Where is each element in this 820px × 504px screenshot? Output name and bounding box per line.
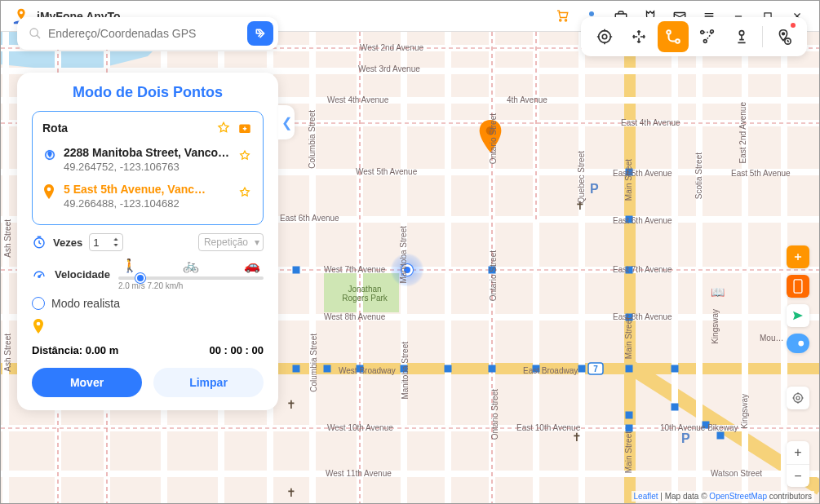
- svg-text:P: P: [681, 431, 690, 445]
- teleport-mode-button[interactable]: [589, 21, 620, 52]
- start-coords: 49.264752, -123.106763: [64, 161, 232, 173]
- svg-text:7: 7: [593, 365, 598, 374]
- svg-point-58: [667, 30, 671, 34]
- add-location-widget[interactable]: [787, 245, 809, 268]
- svg-text:P: P: [590, 182, 599, 196]
- save-route-icon[interactable]: [237, 120, 253, 136]
- svg-text:✝: ✝: [286, 398, 296, 411]
- svg-point-60: [701, 31, 704, 34]
- svg-point-56: [602, 34, 607, 39]
- clear-button[interactable]: Limpar: [153, 368, 264, 397]
- recenter-button[interactable]: [787, 387, 809, 409]
- star-end-icon[interactable]: [238, 186, 253, 202]
- svg-text:✝: ✝: [286, 486, 296, 499]
- svg-point-0: [20, 11, 23, 14]
- svg-point-64: [782, 33, 785, 35]
- svg-rect-73: [794, 280, 802, 293]
- multi-spot-mode-button[interactable]: [692, 21, 723, 52]
- route-start-point: 2288 Manitoba Street, Vanco… 49.264752, …: [42, 141, 253, 178]
- zoom-control: + −: [787, 441, 809, 487]
- search-icon: [29, 27, 42, 40]
- route-label: Rota: [42, 122, 211, 135]
- start-pin-icon: [42, 148, 57, 166]
- shop-icon[interactable]: [552, 6, 573, 27]
- send-widget[interactable]: [787, 304, 809, 327]
- bike-mode-icon[interactable]: 🚲: [183, 258, 199, 273]
- repeat-select[interactable]: Repetição: [198, 233, 264, 251]
- star-start-icon[interactable]: [238, 149, 253, 166]
- svg-text:✝: ✝: [572, 431, 582, 444]
- move-button[interactable]: Mover: [32, 368, 142, 397]
- joystick-mode-button[interactable]: [726, 21, 757, 52]
- end-address: 5 East 5th Avenue, Vanc…: [64, 183, 232, 196]
- route-box: Rota 2288 Manitoba Street, Vanco… 49.264…: [32, 111, 264, 225]
- search-input[interactable]: [48, 27, 241, 40]
- speed-label: Velocidade: [55, 268, 110, 281]
- favorite-route-icon[interactable]: [215, 120, 232, 136]
- two-spot-panel: ❮ Modo de Dois Pontos Rota 2288 Manitoba…: [17, 73, 278, 410]
- svg-text:📖: 📖: [711, 285, 725, 299]
- time-status: 00 : 00 : 00: [210, 344, 264, 356]
- svg-point-75: [798, 341, 804, 347]
- svg-point-57: [599, 31, 611, 43]
- svg-point-55: [30, 29, 38, 36]
- two-spot-mode-button[interactable]: [658, 21, 689, 52]
- mode-toolbar: [581, 17, 807, 56]
- gauge-icon: [32, 267, 47, 281]
- side-widgets: [787, 245, 809, 353]
- route-end-point: 5 East 5th Avenue, Vanc… 49.266488, -123…: [42, 178, 253, 214]
- svg-point-59: [676, 39, 680, 43]
- svg-point-72: [37, 322, 41, 326]
- map-attribution: Leaflet | Map data © OpenStreetMap contr…: [632, 491, 814, 502]
- svg-text:✝: ✝: [575, 199, 585, 212]
- flag-pin-icon: [32, 318, 45, 336]
- realistic-radio[interactable]: [32, 297, 45, 310]
- start-address: 2288 Manitoba Street, Vanco…: [64, 146, 232, 159]
- zoom-in-button[interactable]: +: [787, 441, 809, 464]
- svg-point-76: [796, 396, 800, 400]
- svg-point-61: [711, 30, 714, 33]
- timer-icon: [32, 235, 47, 250]
- svg-point-77: [794, 394, 803, 403]
- destination-pin-icon[interactable]: [477, 120, 503, 156]
- times-stepper[interactable]: 1: [89, 233, 123, 251]
- svg-point-63: [739, 31, 744, 36]
- search-box: [17, 17, 278, 50]
- search-go-button[interactable]: [247, 21, 273, 46]
- history-mode-button[interactable]: [768, 21, 799, 52]
- osm-link[interactable]: OpenStreetMap: [709, 492, 767, 501]
- svg-point-71: [38, 276, 40, 277]
- svg-point-54: [486, 126, 495, 135]
- device-widget[interactable]: [787, 275, 809, 298]
- end-pin-icon: [42, 184, 57, 204]
- svg-point-69: [47, 188, 51, 192]
- speed-slider[interactable]: [118, 276, 264, 280]
- zoom-out-button[interactable]: −: [787, 464, 809, 487]
- svg-point-1: [589, 11, 594, 16]
- realistic-label: Modo realista: [51, 297, 120, 310]
- times-label: Vezes: [53, 237, 82, 249]
- walk-mode-icon[interactable]: 🚶: [122, 258, 138, 273]
- car-mode-icon[interactable]: 🚗: [244, 258, 260, 273]
- distance-status: Distância: 0.00 m: [32, 344, 118, 356]
- jump-mode-button[interactable]: [623, 21, 654, 52]
- leaflet-link[interactable]: Leaflet: [634, 492, 658, 501]
- panel-collapse-button[interactable]: ❮: [278, 105, 295, 139]
- panel-title: Modo de Dois Pontos: [32, 84, 264, 101]
- toggle-widget[interactable]: [787, 334, 809, 353]
- end-coords: 49.266488, -123.104682: [64, 197, 232, 210]
